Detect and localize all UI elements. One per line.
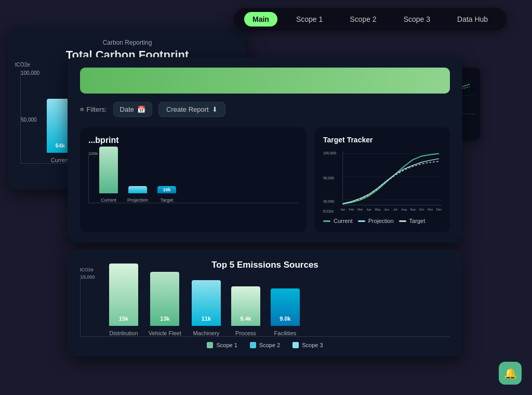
bar-machinery-fill: 11k <box>192 280 221 326</box>
bar-vehicle: 13k Vehicle Fleet <box>149 272 181 336</box>
y-axis-title: tCO2e <box>15 62 30 68</box>
legend-current-dot <box>323 220 330 222</box>
tab-scope3[interactable]: Scope 3 <box>395 12 438 27</box>
legend-scope2-label: Scope 2 <box>259 342 280 348</box>
bar-facilities: 9.0k Facilities <box>271 288 300 336</box>
tracker-legend: Current Projection Target <box>323 218 442 224</box>
tab-main[interactable]: Main <box>244 12 277 27</box>
notification-button[interactable]: 🔔 <box>499 362 522 385</box>
footprint-partial-title: ...bprint <box>88 136 298 145</box>
x-nov: Nov <box>428 208 433 211</box>
small-bar-target-val: 16k <box>163 187 171 192</box>
x-sep: Sep <box>410 208 416 211</box>
legend-target: Target <box>399 218 425 224</box>
scene: Main Scope 1 Scope 2 Scope 3 Data Hub Ca… <box>0 0 532 395</box>
legend-scope3: Scope 3 <box>292 342 323 348</box>
bar-facilities-fill: 9.0k <box>271 288 300 326</box>
legend-target-dot <box>399 220 406 222</box>
tt-y-label-bot: 30,000 <box>323 200 334 203</box>
e-y-label-top: 15,000 <box>81 274 95 280</box>
x-jul: Jul <box>393 208 397 211</box>
x-apr: Apr <box>367 208 371 211</box>
tab-scope1[interactable]: Scope 1 <box>288 12 331 27</box>
tab-datahub[interactable]: Data Hub <box>449 12 496 27</box>
x-may: May <box>375 208 380 211</box>
bar-machinery: 11k Machinery <box>192 280 221 336</box>
charts-row: ...bprint 100k Current <box>80 127 450 232</box>
small-bar-current-label: Current <box>101 198 116 203</box>
filters-row: ≡ Filters: Date 📅 Create Report ⬇ <box>80 102 450 117</box>
small-bar-current-fill <box>99 147 118 193</box>
legend-scope2-dot <box>250 342 256 348</box>
legend-scope1-dot <box>207 342 213 348</box>
carbon-subtitle: Carbon Reporting <box>20 39 234 46</box>
bar-facilities-val: 9.0k <box>280 315 290 322</box>
filters-label: ≡ Filters: <box>80 106 107 113</box>
tt-y-label-top: 100,000 <box>323 151 336 155</box>
filter-icon: ≡ <box>80 106 84 113</box>
legend-current: Current <box>323 218 353 224</box>
legend-scope3-dot <box>292 342 299 348</box>
tt-y-label-mid: 50,000 <box>323 176 334 180</box>
projection-line <box>343 161 439 204</box>
bar-machinery-label: Machinery <box>193 330 220 336</box>
legend-current-label: Current <box>334 218 353 224</box>
y-label-mid: 50,000 <box>21 117 39 123</box>
emissions-chart-wrapper: tCO2e 15,000 15k Distribution 13k Vehicl… <box>80 274 450 337</box>
small-bar-target-fill: 16k <box>157 186 176 193</box>
bar-vehicle-val: 13k <box>160 315 169 322</box>
legend-target-label: Target <box>409 218 425 224</box>
create-report-button[interactable]: Create Report ⬇ <box>158 102 225 117</box>
x-jan: Jan <box>340 208 345 211</box>
legend-projection: Projection <box>358 218 394 224</box>
bar-vehicle-fill: 13k <box>150 272 179 326</box>
target-tracker-card: Target Tracker 100,000 50,000 30,000 tCO… <box>315 127 450 232</box>
legend-scope1: Scope 1 <box>207 342 237 348</box>
line-chart-svg: 100,000 50,000 30,000 tCO2e <box>323 148 442 216</box>
legend-scope2: Scope 2 <box>250 342 280 348</box>
small-bar-projection-fill <box>128 186 147 193</box>
date-filter-button[interactable]: Date 📅 <box>113 102 152 117</box>
small-y-top: 100k <box>89 151 98 156</box>
bar-current-value: 64k <box>56 142 65 149</box>
filters-text: Filters: <box>87 106 107 113</box>
footprint-partial-chart: ...bprint 100k Current <box>80 127 307 232</box>
bar-distribution: 15k Distribution <box>109 264 138 336</box>
x-jun: Jun <box>384 208 389 211</box>
bar-distribution-fill: 15k <box>109 264 138 326</box>
legend-projection-dot <box>358 220 365 222</box>
bar-process-label: Process <box>235 330 256 336</box>
target-line <box>343 159 439 203</box>
bar-vehicle-label: Vehicle Fleet <box>149 330 181 336</box>
create-report-label: Create Report <box>166 106 209 113</box>
date-filter-label: Date <box>120 106 134 113</box>
current-line <box>343 153 439 204</box>
small-bar-target-label: Target <box>161 198 174 203</box>
small-bar-current: Current <box>99 147 118 203</box>
x-aug: Aug <box>401 208 407 211</box>
small-bar-projection-label: Projection <box>127 198 148 203</box>
emissions-bar-chart: 15,000 15k Distribution 13k Vehicle Flee… <box>80 274 450 337</box>
small-bar-projection: Projection <box>127 186 148 203</box>
x-feb: Feb <box>349 208 354 211</box>
bar-distribution-val: 15k <box>119 315 128 322</box>
tt-y-title: tCO2e <box>323 209 334 213</box>
calendar-icon: 📅 <box>137 106 145 113</box>
target-tracker-title: Target Tracker <box>323 136 442 144</box>
y-axis-labels: 100,000 50,000 <box>21 70 39 163</box>
download-icon: ⬇ <box>212 106 218 113</box>
footprint-small-chart: 100k Current Projection <box>88 151 298 214</box>
y-label-top: 100,000 <box>21 70 39 76</box>
line-chart: 100,000 50,000 30,000 tCO2e <box>323 148 442 216</box>
green-header-bar <box>80 68 450 94</box>
emissions-y-title: tCO2e <box>80 267 94 272</box>
bar-process-fill: 9.4k <box>231 286 260 326</box>
bell-icon: 🔔 <box>504 367 517 379</box>
emissions-legend: Scope 1 Scope 2 Scope 3 <box>80 342 450 348</box>
small-bar-target: 16k Target <box>157 186 176 203</box>
nav-bar: Main Scope 1 Scope 2 Scope 3 Data Hub <box>234 8 507 31</box>
x-mar: Mar <box>357 208 363 211</box>
legend-scope3-label: Scope 3 <box>302 342 323 348</box>
tab-scope2[interactable]: Scope 2 <box>341 12 384 27</box>
x-dec: Dec <box>436 208 442 211</box>
